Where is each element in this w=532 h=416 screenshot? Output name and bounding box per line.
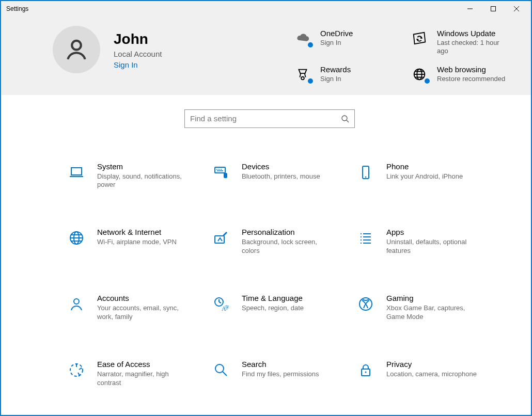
svg-point-22 (365, 176, 367, 178)
categories-grid: SystemDisplay, sound, notifications, pow… (1, 137, 531, 415)
category-network[interactable]: Network & InternetWi-Fi, airplane mode, … (62, 223, 202, 260)
svg-rect-20 (224, 173, 227, 178)
onedrive-title: OneDrive (320, 29, 353, 38)
svg-point-4 (72, 41, 81, 50)
maximize-button[interactable] (481, 2, 505, 16)
category-title: Personalization (242, 228, 335, 236)
category-privacy[interactable]: PrivacyLocation, camera, microphone (351, 356, 492, 392)
category-sub: Link your Android, iPhone (386, 172, 463, 181)
search-row: Find a setting (1, 95, 531, 137)
settings-window: Settings John Local Account Sign In (0, 0, 532, 416)
category-sub: Background, lock screen, colors (242, 238, 335, 255)
category-sub: Location, camera, microphone (386, 370, 477, 379)
avatar[interactable] (53, 26, 100, 73)
category-sub: Bluetooth, printers, mouse (242, 172, 320, 181)
svg-line-46 (223, 372, 227, 376)
windows-update-sub: Last checked: 1 hour ago (437, 39, 509, 56)
sign-in-link[interactable]: Sign In (114, 60, 162, 69)
category-accounts[interactable]: AccountsYour accounts, email, sync, work… (62, 290, 202, 326)
close-button[interactable] (505, 2, 528, 16)
svg-line-40 (219, 302, 221, 303)
account-header: John Local Account Sign In OneDrive Sign… (1, 17, 531, 95)
search-input[interactable]: Find a setting (184, 109, 355, 128)
search-placeholder: Find a setting (190, 114, 341, 123)
badge-dot-icon (307, 77, 314, 85)
maximize-icon (490, 6, 496, 12)
globe-icon (409, 65, 430, 84)
windows-update-tile[interactable]: Windows Update Last checked: 1 hour ago (409, 29, 518, 56)
laptop-icon (66, 162, 87, 183)
category-title: Accounts (97, 294, 190, 302)
magnifier-icon (211, 360, 231, 380)
onedrive-sub: Sign In (320, 39, 353, 47)
category-time-language[interactable]: A字 Time & LanguageSpeech, region, date (207, 290, 347, 326)
badge-dot-icon (424, 77, 431, 85)
time-language-icon: A字 (211, 294, 231, 314)
category-apps[interactable]: AppsUninstall, defaults, optional featur… (351, 223, 492, 260)
category-title: Ease of Access (97, 360, 190, 369)
svg-point-48 (365, 371, 367, 373)
search-icon (341, 115, 349, 123)
person-icon (66, 294, 87, 314)
sync-box-icon (409, 29, 430, 47)
rewards-title: Rewards (320, 65, 351, 74)
category-sub: Your accounts, email, sync, work, family (97, 304, 190, 322)
category-sub: Speech, region, date (242, 304, 304, 313)
close-icon (513, 6, 520, 12)
lock-icon (355, 360, 376, 380)
cloud-icon (292, 29, 313, 47)
globe-line-icon (66, 228, 87, 248)
svg-point-5 (301, 76, 304, 79)
category-title: Gaming (386, 294, 479, 302)
rewards-icon (292, 65, 313, 84)
rewards-sub: Sign In (320, 75, 351, 83)
category-title: Network & Internet (97, 228, 177, 236)
badge-dot-icon (307, 41, 314, 49)
ease-of-access-icon (66, 360, 87, 380)
category-gaming[interactable]: GamingXbox Game Bar, captures, Game Mode (351, 290, 492, 326)
phone-icon (355, 162, 376, 183)
category-phone[interactable]: PhoneLink your Android, iPhone (351, 158, 492, 194)
paint-icon (211, 228, 231, 248)
category-ease-of-access[interactable]: Ease of AccessNarrator, magnifier, high … (62, 356, 202, 392)
category-system[interactable]: SystemDisplay, sound, notifications, pow… (62, 158, 202, 194)
user-icon (64, 37, 89, 62)
category-devices[interactable]: DevicesBluetooth, printers, mouse (207, 158, 347, 194)
svg-rect-1 (491, 7, 495, 11)
svg-point-11 (342, 116, 347, 121)
windows-update-title: Windows Update (437, 29, 509, 38)
window-title: Settings (4, 5, 28, 12)
svg-rect-15 (215, 167, 225, 173)
user-info: John Local Account Sign In (114, 26, 162, 69)
titlebar: Settings (1, 1, 531, 17)
minimize-icon (467, 6, 473, 12)
category-title: Privacy (386, 360, 477, 369)
keyboard-icon (211, 162, 231, 183)
category-sub: Find my files, permissions (242, 370, 319, 379)
category-personalization[interactable]: PersonalizationBackground, lock screen, … (207, 223, 347, 260)
user-name: John (114, 31, 162, 47)
category-sub: Display, sound, notifications, power (97, 172, 190, 190)
category-title: Apps (386, 228, 479, 236)
web-browsing-sub: Restore recommended (437, 75, 505, 83)
category-sub: Wi-Fi, airplane mode, VPN (97, 238, 177, 247)
svg-rect-13 (71, 168, 82, 175)
category-title: Phone (386, 162, 463, 171)
category-sub: Uninstall, defaults, optional features (386, 238, 479, 255)
svg-point-45 (215, 364, 224, 373)
account-type: Local Account (114, 50, 162, 58)
category-sub: Narrator, magnifier, high contrast (97, 370, 190, 388)
web-browsing-title: Web browsing (437, 65, 505, 74)
web-browsing-tile[interactable]: Web browsing Restore recommended (409, 65, 518, 84)
category-title: System (97, 162, 190, 171)
svg-text:字: 字 (225, 305, 229, 310)
svg-point-37 (74, 299, 79, 304)
svg-line-12 (347, 120, 349, 122)
category-sub: Xbox Game Bar, captures, Game Mode (386, 304, 479, 322)
category-search[interactable]: SearchFind my files, permissions (207, 356, 347, 392)
category-title: Time & Language (242, 294, 304, 302)
minimize-button[interactable] (458, 2, 481, 16)
rewards-tile[interactable]: Rewards Sign In (292, 65, 401, 84)
onedrive-tile[interactable]: OneDrive Sign In (292, 29, 401, 56)
category-title: Devices (242, 162, 320, 171)
